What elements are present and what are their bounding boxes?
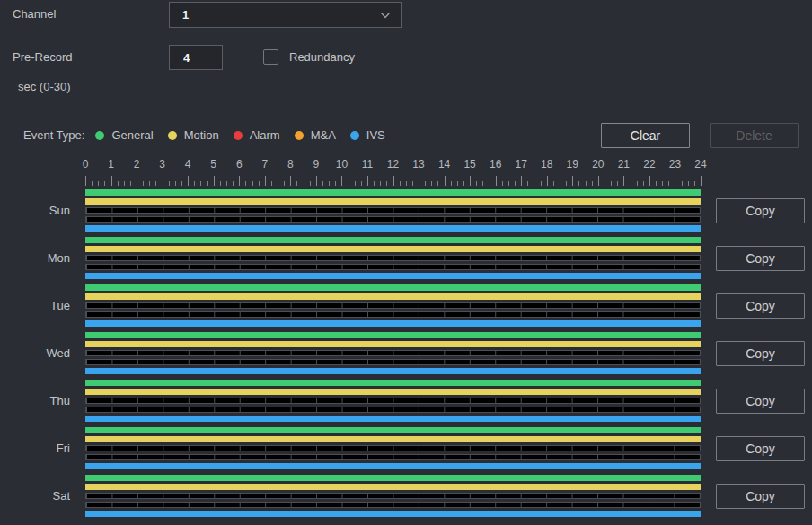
hour-label: 1: [108, 158, 114, 171]
track-ma[interactable]: [85, 359, 701, 365]
ruler-tick: [662, 181, 663, 186]
ruler-tick: [457, 181, 458, 186]
ruler-tick: [508, 181, 509, 186]
ruler-tick: [149, 181, 150, 186]
ruler-tick: [304, 181, 304, 186]
alarm-color-dot-icon: [234, 131, 243, 140]
clear-button[interactable]: Clear: [601, 123, 690, 148]
hour-label: 6: [236, 158, 243, 171]
ruler-tick: [284, 181, 285, 186]
copy-button[interactable]: Copy: [716, 484, 805, 509]
track-ivs[interactable]: [85, 273, 701, 279]
track-ma[interactable]: [85, 216, 701, 223]
track-ma[interactable]: [85, 407, 701, 413]
ruler-tick: [143, 181, 144, 186]
track-alarm[interactable]: [85, 302, 701, 309]
copy-button-wrap: Copy: [716, 237, 805, 279]
copy-button[interactable]: Copy: [716, 246, 805, 271]
track-alarm[interactable]: [85, 493, 701, 499]
track-general[interactable]: [85, 189, 701, 196]
track-fill-general: [85, 475, 701, 481]
track-general[interactable]: [85, 284, 701, 291]
hour-label: 19: [567, 158, 578, 171]
day-tracks: [85, 284, 701, 327]
copy-button[interactable]: Copy: [716, 341, 805, 366]
track-general[interactable]: [85, 237, 701, 243]
ruler-tick: [98, 181, 99, 186]
ruler-tick: [118, 181, 119, 186]
ruler-tick: [490, 181, 490, 186]
ruler-tick: [649, 176, 650, 186]
event-type-legend: Event Type: GeneralMotionAlarmM&AIVS: [23, 128, 400, 142]
legend-item-label: M&A: [311, 128, 336, 142]
copy-button[interactable]: Copy: [716, 293, 805, 319]
ruler-tick: [341, 176, 342, 186]
delete-button[interactable]: Delete: [710, 123, 799, 148]
track-ma[interactable]: [85, 264, 701, 270]
ruler-tick: [386, 181, 387, 186]
day-label: Sat: [0, 489, 70, 503]
ruler-tick: [137, 176, 137, 186]
copy-button[interactable]: Copy: [716, 436, 805, 461]
track-alarm[interactable]: [85, 207, 701, 214]
ruler-tick: [463, 181, 464, 186]
track-ma[interactable]: [85, 502, 701, 508]
track-ivs[interactable]: [85, 511, 701, 517]
ruler-tick: [425, 181, 426, 186]
track-fill-general: [85, 189, 701, 196]
track-fill-general: [85, 427, 701, 433]
track-fill-general: [85, 380, 701, 386]
ruler-tick: [329, 181, 330, 186]
track-alarm[interactable]: [85, 350, 701, 356]
track-general[interactable]: [85, 332, 701, 338]
ruler-tick: [541, 181, 542, 186]
schedule-grid: SunCopyMonCopyTueCopyWedCopyThuCopyFriCo…: [0, 189, 812, 522]
track-ma[interactable]: [85, 311, 701, 318]
track-ivs[interactable]: [85, 463, 701, 469]
ruler-tick: [643, 181, 644, 186]
track-ivs[interactable]: [85, 225, 701, 232]
channel-select[interactable]: 1: [169, 2, 402, 28]
track-motion[interactable]: [85, 246, 701, 252]
ruler-tick: [214, 176, 215, 186]
track-fill-ivs: [85, 225, 701, 232]
hour-label: 14: [438, 158, 450, 171]
track-ma[interactable]: [85, 454, 701, 460]
copy-button[interactable]: Copy: [716, 389, 805, 414]
track-motion[interactable]: [85, 436, 701, 442]
track-ivs[interactable]: [85, 320, 701, 327]
legend-item-label: General: [111, 128, 153, 142]
redundancy-checkbox[interactable]: [263, 49, 278, 65]
copy-button[interactable]: Copy: [716, 198, 805, 223]
track-motion[interactable]: [85, 198, 701, 205]
track-alarm[interactable]: [85, 255, 701, 261]
track-alarm[interactable]: [85, 398, 701, 404]
track-motion[interactable]: [85, 341, 701, 347]
ruler-tick: [412, 181, 413, 186]
hour-label: 18: [541, 158, 552, 171]
ruler-tick: [611, 181, 612, 186]
legend-item-general: General: [95, 128, 153, 142]
track-motion[interactable]: [85, 293, 701, 300]
hour-label: 11: [362, 158, 373, 171]
track-general[interactable]: [85, 475, 701, 481]
ruler-tick: [502, 181, 503, 186]
ruler-tick: [252, 181, 253, 186]
prerecord-input[interactable]: [169, 45, 223, 70]
track-motion[interactable]: [85, 484, 701, 490]
ruler-tick: [617, 181, 618, 186]
event-type-title: Event Type:: [23, 128, 84, 142]
ruler-tick: [374, 181, 375, 186]
ruler-tick: [694, 181, 695, 186]
hour-label: 5: [210, 158, 216, 171]
track-ivs[interactable]: [85, 416, 701, 422]
hour-label: 7: [261, 158, 268, 171]
ruler-tick: [586, 181, 587, 186]
track-motion[interactable]: [85, 389, 701, 395]
track-alarm[interactable]: [85, 445, 701, 451]
track-general[interactable]: [85, 380, 701, 386]
ruler-tick: [437, 181, 438, 186]
track-ivs[interactable]: [85, 368, 701, 374]
ruler-tick: [194, 181, 195, 186]
track-general[interactable]: [85, 427, 701, 433]
